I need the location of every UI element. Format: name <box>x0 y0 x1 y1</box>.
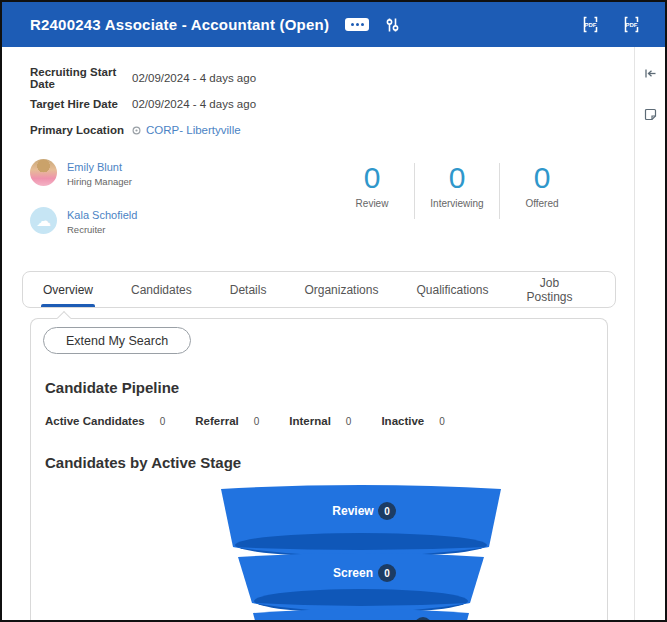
tab-bar: OverviewCandidatesDetailsOrganizationsQu… <box>22 271 616 308</box>
svg-text:0: 0 <box>384 568 390 579</box>
people-and-stats: Emily Blunt Hiring Manager ☁ Kala Schofi… <box>2 143 634 235</box>
funnel-stage-assessment-s-: Assessment(s)0 <box>253 609 469 622</box>
candidate-pipeline-title: Candidate Pipeline <box>45 379 595 396</box>
recruiter-card: ☁ Kala Schofield Recruiter <box>30 205 330 235</box>
field-label: Target Hire Date <box>30 98 132 110</box>
avatar <box>30 159 57 186</box>
stat-offered: 0 Offered <box>500 161 584 209</box>
person-role: Hiring Manager <box>67 176 132 187</box>
right-toolbar <box>634 47 665 622</box>
pipeline-stat-inactive: Inactive0 <box>381 415 444 427</box>
field-label: Primary Location <box>30 124 132 136</box>
tab-candidates[interactable]: Candidates <box>129 272 194 307</box>
field-recruiting-start-date: Recruiting Start Date 02/09/2024 - 4 day… <box>30 65 634 91</box>
export-actions: PDF PDF <box>579 13 643 36</box>
stat-value: 0 <box>330 161 414 194</box>
field-label: Recruiting Start Date <box>30 66 132 90</box>
field-primary-location: Primary Location CORP- Libertyville <box>30 117 634 143</box>
extend-my-search-button[interactable]: Extend My Search <box>43 327 191 354</box>
tab-organizations[interactable]: Organizations <box>302 272 380 307</box>
note-icon <box>644 108 657 121</box>
candidate-stage-funnel-chart: Review0Screen0Assessment(s)0 <box>43 483 595 622</box>
export-pdf-button[interactable]: PDF <box>579 13 602 36</box>
funnel-stage-screen: Screen0 <box>238 553 484 613</box>
pipeline-stat-internal: Internal0 <box>289 415 351 427</box>
main-content: Recruiting Start Date 02/09/2024 - 4 day… <box>2 47 634 622</box>
requisition-header: R2400243 Associate - Accountant (Open) P… <box>2 2 665 47</box>
field-target-hire-date: Target Hire Date 02/09/2024 - 4 days ago <box>30 91 634 117</box>
stat-review: 0 Review <box>330 161 414 209</box>
pipeline-stat-referral: Referral0 <box>195 415 259 427</box>
sliders-icon <box>385 17 400 33</box>
svg-text:0: 0 <box>384 506 390 517</box>
print-pdf-button[interactable]: PDF <box>620 13 643 36</box>
notes-button[interactable] <box>642 106 659 123</box>
stat-label: Review <box>330 198 414 209</box>
svg-text:PDF: PDF <box>626 22 638 28</box>
ellipsis-icon <box>351 23 354 26</box>
stat-label: Interviewing <box>415 198 499 209</box>
tab-qualifications[interactable]: Qualifications <box>414 272 490 307</box>
pdf-icon: PDF <box>581 15 600 34</box>
person-role: Recruiter <box>67 224 137 235</box>
overview-panel: Extend My Search Candidate Pipeline Acti… <box>30 318 608 622</box>
cloud-icon: ☁ <box>36 213 51 228</box>
collapse-panel-button[interactable] <box>642 65 659 82</box>
active-tab-notch <box>57 311 71 325</box>
avatar: ☁ <box>30 207 57 234</box>
people-list: Emily Blunt Hiring Manager ☁ Kala Schofi… <box>30 157 330 235</box>
requisition-window: R2400243 Associate - Accountant (Open) P… <box>0 0 667 622</box>
collapse-left-icon <box>644 67 657 80</box>
pipeline-stat-active-candidates: Active Candidates0 <box>45 415 165 427</box>
tab-job-postings[interactable]: Job Postings <box>525 272 575 307</box>
stat-interviewing: 0 Interviewing <box>415 161 499 209</box>
svg-text:PDF: PDF <box>585 22 597 28</box>
funnel-stage-label: Review <box>332 504 374 518</box>
stat-value: 0 <box>500 161 584 194</box>
hiring-manager-card: Emily Blunt Hiring Manager <box>30 157 330 187</box>
summary-stats: 0 Review 0 Interviewing 0 Offered <box>330 161 584 235</box>
funnel-stage-label: Screen <box>333 566 373 580</box>
location-pin-icon <box>132 126 141 135</box>
pdf-icon: PDF <box>622 15 641 34</box>
active-stage-title: Candidates by Active Stage <box>45 454 595 471</box>
hiring-manager-link[interactable]: Emily Blunt <box>67 161 122 173</box>
stat-label: Offered <box>500 198 584 209</box>
tab-details[interactable]: Details <box>228 272 269 307</box>
requisition-fields: Recruiting Start Date 02/09/2024 - 4 day… <box>2 47 634 143</box>
primary-location-link[interactable]: CORP- Libertyville <box>146 124 241 136</box>
page-title: R2400243 Associate - Accountant (Open) <box>30 16 329 33</box>
funnel-chart-svg: Review0Screen0Assessment(s)0 <box>43 483 634 622</box>
funnel-stage-review: Review0 <box>221 485 501 557</box>
related-actions-button[interactable] <box>345 18 369 31</box>
settings-sliders-button[interactable] <box>383 15 402 35</box>
pipeline-stats: Active Candidates0Referral0Internal0Inac… <box>45 415 595 427</box>
stat-value: 0 <box>415 161 499 194</box>
field-value: 02/09/2024 - 4 days ago <box>132 72 256 84</box>
field-value: 02/09/2024 - 4 days ago <box>132 98 256 110</box>
tab-overview[interactable]: Overview <box>41 272 95 307</box>
recruiter-link[interactable]: Kala Schofield <box>67 209 137 221</box>
